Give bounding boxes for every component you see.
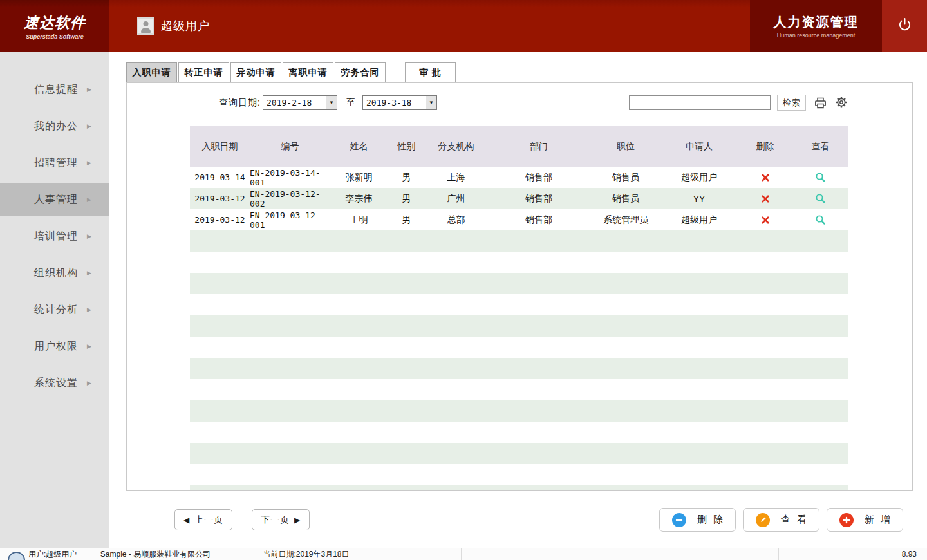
sidebar-item-user-rights[interactable]: 用户权限 ▶ (0, 330, 109, 362)
cell-view (792, 379, 848, 400)
tab-labor-contract[interactable]: 劳务合同 (335, 62, 386, 82)
statusbar-date-cell: 当前日期:2019年3月18日 (223, 548, 389, 560)
cell-applicant (660, 273, 738, 294)
cell-dept (487, 422, 591, 443)
view-button-label: 查 看 (781, 514, 809, 526)
tab-regularization-application[interactable]: 转正申请 (178, 62, 229, 82)
cell-applicant (660, 358, 738, 379)
cell-branch (426, 337, 487, 358)
cell-position (591, 252, 660, 273)
cell-dept (487, 315, 591, 337)
cell-code (250, 379, 330, 400)
table-row[interactable]: 2019-03-14EN-2019-03-14-001张新明男上海销售部销售员超… (190, 167, 848, 188)
view-row-icon[interactable] (815, 214, 826, 225)
view-row-icon[interactable] (815, 172, 826, 183)
cell-code (250, 230, 330, 252)
delete-button[interactable]: 删 除 (659, 508, 736, 532)
sidebar-item-message-reminder[interactable]: 信息提醒 ▶ (0, 73, 109, 106)
sidebar-item-label: 信息提醒 (34, 83, 78, 97)
cell-code (250, 315, 330, 337)
cell-code (250, 443, 330, 464)
delete-row-icon[interactable] (760, 173, 771, 183)
cell-gender: 男 (388, 209, 426, 230)
tab-resignation-application[interactable]: 离职申请 (283, 62, 333, 82)
cell-view (792, 358, 848, 379)
cell-applicant (660, 443, 738, 464)
cell-name (330, 252, 388, 273)
col-header-gender: 性别 (388, 126, 426, 167)
cell-date (190, 358, 250, 379)
sidebar-item-my-office[interactable]: 我的办公 ▶ (0, 110, 109, 142)
content-panel: 查询日期: 2019-2-18 ▼ 至 2019-3-18 ▼ 检索 (126, 82, 913, 491)
tab-transfer-application[interactable]: 异动申请 (230, 62, 281, 82)
sidebar-item-label: 人事管理 (34, 193, 78, 207)
add-button[interactable]: 新 增 (827, 508, 903, 532)
cell-name (330, 337, 388, 358)
cell-dept: 销售部 (487, 167, 591, 188)
cell-dept (487, 464, 591, 485)
cell-code (250, 464, 330, 485)
sidebar-item-training[interactable]: 培训管理 ▶ (0, 220, 109, 252)
cell-code (250, 337, 330, 358)
cell-delete (738, 358, 792, 379)
query-to-label: 至 (346, 97, 355, 109)
sidebar-item-recruitment[interactable]: 招聘管理 ▶ (0, 147, 109, 179)
prev-page-button[interactable]: ◀ 上一页 (174, 509, 232, 530)
view-row-icon[interactable] (815, 193, 826, 204)
cell-date (190, 230, 250, 252)
power-button[interactable] (882, 0, 927, 52)
cell-name (330, 379, 388, 400)
applications-table: 入职日期 编号 姓名 性别 分支机构 部门 职位 申请人 删除 查看 2019-… (190, 126, 848, 491)
next-page-button[interactable]: 下一页 ▶ (252, 509, 310, 530)
chevron-down-icon[interactable]: ▼ (326, 96, 337, 109)
statusbar-company-cell: Sample - 易顺服装鞋业有限公司 (88, 548, 223, 560)
cell-view (792, 230, 848, 252)
date-from-select[interactable]: 2019-2-18 ▼ (263, 95, 337, 110)
search-input[interactable] (629, 95, 771, 110)
table-row[interactable]: 2019-03-12EN-2019-03-12-002李宗伟男广州销售部销售员Y… (190, 188, 848, 209)
tab-entry-application[interactable]: 入职申请 (126, 62, 177, 82)
chevron-down-icon[interactable]: ▼ (426, 96, 436, 109)
print-button[interactable] (813, 96, 827, 110)
cell-delete (738, 209, 792, 230)
cell-dept (487, 443, 591, 464)
cell-dept (487, 379, 591, 400)
chevron-right-icon: ▶ (87, 306, 92, 313)
cell-name (330, 230, 388, 252)
cell-code (250, 294, 330, 315)
chevron-right-icon: ▶ (87, 343, 92, 350)
cell-delete (738, 252, 792, 273)
cell-delete (738, 315, 792, 337)
statusbar-user-cell: 用户:超级用户 (0, 548, 88, 560)
cell-applicant (660, 485, 738, 491)
cell-name: 李宗伟 (330, 188, 388, 209)
cell-branch (426, 464, 487, 485)
date-to-select[interactable]: 2019-3-18 ▼ (362, 95, 437, 110)
sidebar-item-personnel[interactable]: 人事管理 ▶ (0, 183, 109, 216)
table-row[interactable]: 2019-03-12EN-2019-03-12-001王明男总部销售部系统管理员… (190, 209, 848, 230)
tab-approval[interactable]: 审 批 (405, 62, 456, 82)
view-button[interactable]: 查 看 (743, 508, 819, 532)
delete-row-icon[interactable] (760, 215, 771, 225)
settings-button[interactable] (834, 96, 848, 110)
logo-title: 速达软件 (24, 13, 86, 33)
search-button[interactable]: 检索 (777, 95, 806, 111)
sidebar-item-statistics[interactable]: 统计分析 ▶ (0, 294, 109, 326)
app-title-block: 人力资源管理 Human resource management (750, 0, 882, 52)
sidebar-item-system-settings[interactable]: 系统设置 ▶ (0, 367, 109, 399)
col-header-applicant: 申请人 (660, 126, 738, 167)
cell-code (250, 400, 330, 422)
cell-gender (388, 485, 426, 491)
cell-gender (388, 400, 426, 422)
cell-name (330, 358, 388, 379)
cell-view (792, 188, 848, 209)
sidebar-item-label: 我的办公 (34, 120, 78, 133)
cell-view (792, 337, 848, 358)
cell-applicant (660, 315, 738, 337)
cell-position (591, 315, 660, 337)
cell-position (591, 294, 660, 315)
app-header: 速达软件 Superstada Software 超级用户 人力资源管理 Hum… (0, 0, 927, 52)
sidebar-item-organization[interactable]: 组织机构 ▶ (0, 257, 109, 289)
delete-row-icon[interactable] (760, 194, 771, 204)
table-row-empty (190, 485, 848, 491)
